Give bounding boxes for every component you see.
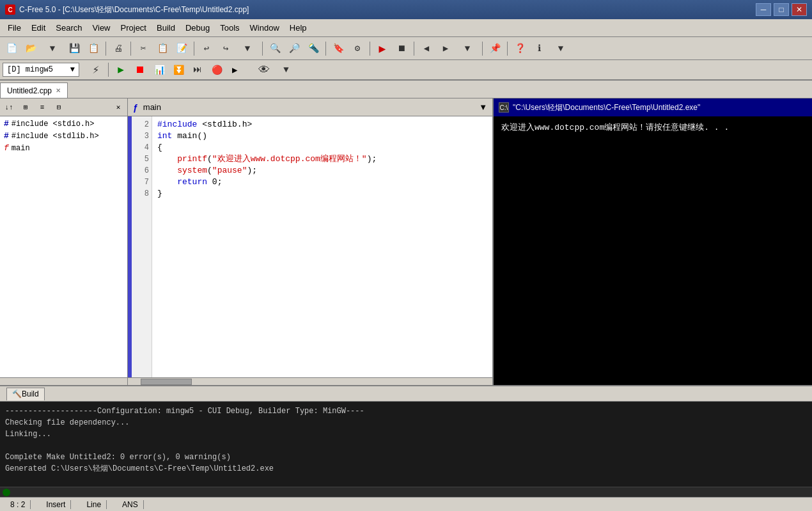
info-button[interactable]: ℹ: [530, 40, 548, 58]
menu-edit[interactable]: Edit: [26, 21, 51, 35]
find-button[interactable]: 🔍: [266, 40, 284, 58]
hash-icon-2: #: [4, 131, 9, 141]
open-button[interactable]: 📂: [22, 40, 40, 58]
build-line6: Generated C:\Users\轻烟\Documents\C-Free\T…: [5, 463, 807, 475]
close-button[interactable]: ✕: [792, 3, 807, 16]
symbols-list: # #include <stdio.h> # #include <stdlib.…: [0, 116, 127, 377]
run-debug-button[interactable]: ▶: [112, 61, 130, 79]
encoding: ANS: [117, 500, 144, 509]
expand-button[interactable]: ⊞: [18, 100, 33, 114]
build-tab-text: Build: [22, 389, 39, 398]
minimize-button[interactable]: ─: [756, 3, 771, 16]
func-icon: f: [4, 143, 9, 153]
panel-close-button[interactable]: ✕: [111, 100, 126, 114]
paste-button[interactable]: 📝: [173, 40, 191, 58]
function-dropdown[interactable]: ▼: [479, 102, 487, 112]
info-dropdown[interactable]: ▼: [549, 40, 572, 58]
status-bar: 8 : 2 Insert Line ANS: [0, 497, 812, 511]
editor-layout: ↓↑ ⊞ ≡ ⊟ ✕ # #include <stdio.h> # #: [0, 98, 492, 385]
new-button[interactable]: 📄: [3, 40, 20, 58]
line-numbers: 2 3 4 5 6 7 8: [132, 116, 152, 377]
stop-button[interactable]: ⏹: [393, 40, 410, 58]
find2-button[interactable]: 🔎: [285, 40, 303, 58]
menu-search[interactable]: Search: [51, 21, 87, 35]
menu-view[interactable]: View: [88, 21, 116, 35]
stop-debug-button[interactable]: ⏹: [131, 61, 149, 79]
menu-file[interactable]: File: [3, 21, 26, 35]
redo-button[interactable]: ↪: [217, 40, 235, 58]
redo-dropdown[interactable]: ▼: [236, 40, 259, 58]
editor-header: ƒ main ▼: [128, 98, 492, 116]
find3-button[interactable]: 🔦: [304, 40, 322, 58]
terminal-output: 欢迎进入www.dotcpp.com编程网站！请按任意键继续. . .: [501, 123, 729, 132]
symbol-include2[interactable]: # #include <stdlib.h>: [1, 130, 126, 142]
build-line4: [5, 440, 807, 452]
menu-tools[interactable]: Tools: [215, 21, 244, 35]
code-content[interactable]: 2 3 4 5 6 7 8 #include <stdlib.h> int ma…: [128, 116, 492, 377]
symbols-panel: ↓↑ ⊞ ≡ ⊟ ✕ # #include <stdio.h> # #: [0, 98, 128, 385]
tab-label: Untitled2.cpp: [7, 86, 52, 95]
window-title: C-Free 5.0 - [C:\Users\轻烟\Documents\C-Fr…: [19, 4, 249, 15]
watch-dropdown[interactable]: ▼: [274, 61, 297, 79]
terminal-title-text: "C:\Users\轻烟\Documents\C-Free\Temp\Untit…: [513, 102, 700, 113]
save-button[interactable]: 💾: [65, 40, 83, 58]
code-scrollbar[interactable]: [128, 377, 492, 385]
code-text-area[interactable]: #include <stdlib.h> int main() { printf(…: [152, 116, 492, 377]
undo-button[interactable]: ↩: [198, 40, 215, 58]
symbols-scrollbar[interactable]: [0, 377, 127, 385]
symbols-toolbar: ↓↑ ⊞ ≡ ⊟ ✕: [0, 98, 127, 116]
scroll-thumb[interactable]: [141, 379, 192, 385]
menu-bar: File Edit Search View Project Build Debu…: [0, 19, 812, 37]
menu-build[interactable]: Build: [152, 21, 180, 35]
app-icon: C: [5, 4, 15, 15]
collapse-button[interactable]: ⊟: [51, 100, 66, 114]
sort-button[interactable]: ↓↑: [1, 100, 17, 114]
editor-tab[interactable]: Untitled2.cpp ✕: [0, 83, 68, 98]
compiler-selector[interactable]: [D] mingw5 ▼: [3, 63, 79, 77]
breakpoint-button[interactable]: 🔴: [208, 61, 226, 79]
maximize-button[interactable]: □: [774, 3, 789, 16]
step-into-button[interactable]: ⏬: [169, 61, 187, 79]
nav-dropdown[interactable]: ▼: [456, 40, 479, 58]
symbol-label-2: #include <stdlib.h>: [12, 132, 99, 141]
compile-run-button[interactable]: ▶: [373, 40, 391, 58]
bookmark-button[interactable]: 🔖: [329, 40, 347, 58]
main-toolbar: 📄 📂 ▼ 💾 📋 🖨 ✂ 📋 📝 ↩ ↪ ▼ 🔍 🔎 🔦 🔖 ⚙ ▶ ⏹ ◀ …: [0, 37, 812, 60]
open-dropdown[interactable]: ▼: [41, 40, 64, 58]
edit-mode: Insert: [41, 500, 71, 509]
menu-project[interactable]: Project: [116, 21, 152, 35]
copy-button[interactable]: 📋: [153, 40, 171, 58]
format-button[interactable]: ⚙: [348, 40, 366, 58]
terminal-icon: C:\: [499, 102, 509, 113]
help-button[interactable]: ❓: [511, 40, 529, 58]
step-button[interactable]: 📊: [150, 61, 168, 79]
compiler-label: [D] mingw5: [7, 65, 53, 74]
bookmark2-button[interactable]: 📌: [486, 40, 504, 58]
print-button[interactable]: 🖨: [109, 40, 127, 58]
nav-back-button[interactable]: ◀: [418, 40, 435, 58]
build-line1: --------------------Configuration: mingw…: [5, 405, 807, 417]
build-tab-label: 🔨: [12, 389, 22, 398]
tab-close-button[interactable]: ✕: [56, 87, 61, 94]
cursor-position: 8 : 2: [5, 500, 31, 509]
code-editor: ƒ main ▼ 2 3 4 5 6 7 8: [128, 98, 492, 385]
symbol-include1[interactable]: # #include <stdio.h>: [1, 118, 126, 130]
symbol-main[interactable]: f main: [1, 142, 126, 154]
current-function: main: [143, 102, 161, 112]
build-line2: Checking file dependency...: [5, 417, 807, 428]
step-over-button[interactable]: ⏭: [189, 61, 207, 79]
cut-button[interactable]: ✂: [134, 40, 152, 58]
save-all-button[interactable]: 📋: [84, 40, 102, 58]
editor-terminal-area: ↓↑ ⊞ ≡ ⊟ ✕ # #include <stdio.h> # #: [0, 98, 812, 385]
watch-button[interactable]: 👁: [255, 61, 273, 79]
menu-window[interactable]: Window: [245, 21, 285, 35]
list-button[interactable]: ≡: [35, 100, 50, 114]
menu-debug[interactable]: Debug: [180, 21, 215, 35]
menu-help[interactable]: Help: [285, 21, 312, 35]
symbol-label: #include <stdio.h>: [12, 120, 95, 129]
compile-icon: ⚡: [87, 61, 105, 79]
nav-fwd-button[interactable]: ▶: [437, 40, 455, 58]
build-output: --------------------Configuration: mingw…: [0, 402, 812, 487]
terminal-content[interactable]: 欢迎进入www.dotcpp.com编程网站！请按任意键继续. . .: [494, 116, 812, 385]
build-tab-button[interactable]: 🔨 Build: [6, 388, 45, 400]
